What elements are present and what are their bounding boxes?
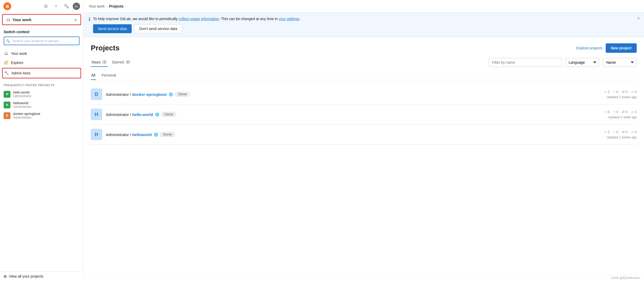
subtab-personal[interactable]: Personal (101, 71, 117, 80)
new-item-btn[interactable]: ＋ (52, 2, 60, 10)
owner-badge-docker: Owner (175, 92, 190, 97)
issues-helloworld: ▱ 0 (631, 130, 637, 134)
project-stats-docker: ☆ 0 ⑂ 0 ⇄ 0 ▱ 0 (604, 90, 637, 94)
projects-header: Projects Explore projects New project (91, 43, 637, 53)
forks-docker: ⑂ 0 (613, 90, 618, 94)
project-list: D Administrator / docker-springboot 🌐 Ow… (91, 84, 637, 145)
search-btn[interactable]: 🔍 (62, 2, 71, 10)
search-input[interactable] (4, 37, 80, 45)
project-stats-hello-world: ☆ 0 ⑂ 0 ⇄ 0 ▱ 0 (604, 110, 637, 114)
freq-sub-hello-world: Administrator (13, 94, 32, 98)
tab-yours[interactable]: Yours 3 (91, 58, 108, 67)
forks-hello-world: ⑂ 0 (613, 110, 618, 114)
project-info-hello-world: Administrator / hello-world 🌐 Owner (106, 112, 604, 117)
freq-section: FREQUENTLY VISITED PROJECTS H hello-worl… (0, 80, 83, 122)
owner-badge-helloworld: Owner (160, 132, 175, 137)
owner-badge-hello-world: Owner (161, 112, 176, 117)
breadcrumb-current: Projects (109, 4, 123, 8)
project-info-helloworld: Administrator / helloworld 🌐 Owner (106, 132, 604, 137)
updated-docker: Updated 2 weeks ago (606, 95, 637, 99)
globe-icon-docker: 🌐 (169, 92, 173, 96)
notice-text-end: . (299, 17, 300, 21)
projects-content: Projects Explore projects New project Yo… (83, 37, 644, 275)
explore-projects-link[interactable]: Explore projects (576, 46, 602, 50)
tab-starred[interactable]: Starred 0 (111, 58, 131, 67)
freq-sub-helloworld: Administrator (13, 105, 32, 109)
freq-project-hello-world[interactable]: H hello-world Administrator (4, 89, 80, 99)
tab-yours-count: 3 (102, 60, 107, 64)
sidebar-item-explore-label: Explore (11, 61, 23, 65)
notice-text: To help improve GitLab, we would like to… (93, 16, 300, 22)
filter-by-name-input[interactable] (489, 58, 562, 67)
freq-name-helloworld: helloworld (13, 101, 32, 105)
collect-usage-link[interactable]: collect usage information (179, 17, 219, 21)
project-namespace-helloworld: Administrator / (106, 132, 132, 137)
sidebar: 狐 ⊟ ＋ 🔍 av 🗂 Your work ∧ Switch context … (0, 0, 83, 281)
dont-send-service-data-btn[interactable]: Don't send service data (134, 24, 182, 33)
sidebar-item-admin-area-label: Admin Area (11, 71, 30, 75)
wrench-icon: 🔧 (4, 71, 9, 75)
settings-link[interactable]: your settings (279, 17, 299, 21)
info-icon: ℹ (89, 16, 90, 22)
globe-icon-helloworld: 🌐 (154, 133, 158, 137)
tab-starred-count: 0 (125, 60, 131, 64)
stars-helloworld: ☆ 0 (604, 130, 610, 134)
switch-context-section: Switch context 🔍 (0, 27, 83, 47)
mr-docker: ⇄ 0 (622, 90, 628, 94)
user-avatar-btn[interactable]: av (73, 3, 80, 10)
page-title: Projects (91, 44, 120, 52)
project-name-docker: Administrator / docker-springboot (106, 92, 167, 97)
sidebar-icon-group: ⊟ ＋ 🔍 av (41, 2, 80, 10)
mr-hello-world: ⇄ 0 (622, 110, 628, 114)
subtabs: All Personal (91, 71, 637, 80)
name-dropdown[interactable]: Name (603, 58, 637, 67)
project-name-row-docker: Administrator / docker-springboot 🌐 Owne… (106, 92, 604, 97)
freq-project-helloworld[interactable]: H helloworld Administrator (4, 99, 80, 110)
notice-text-before: To help improve GitLab, we would like to… (93, 17, 179, 21)
tab-yours-label: Yours (91, 60, 100, 64)
project-namespace-hello-world: Administrator / (106, 112, 132, 117)
issues-hello-world: ▱ 0 (631, 110, 637, 114)
freq-info-helloworld: helloworld Administrator (13, 101, 32, 109)
your-work-label: Your work (13, 17, 31, 22)
stars-docker: ☆ 0 (604, 90, 610, 94)
project-name-row-helloworld: Administrator / helloworld 🌐 Owner (106, 132, 604, 137)
project-avatar-docker: D (91, 89, 102, 100)
table-row: H Administrator / helloworld 🌐 Owner ☆ 0… (91, 125, 637, 145)
your-work-header[interactable]: 🗂 Your work ∧ (2, 14, 81, 25)
new-project-btn[interactable]: New project (606, 43, 637, 53)
breadcrumb-separator: › (106, 4, 108, 8)
breadcrumb: Your work › Projects (89, 4, 124, 8)
compass-icon: 🧭 (4, 60, 8, 65)
sidebar-toggle-btn[interactable]: ⊟ (41, 2, 50, 10)
freq-name-hello-world: hello-world (13, 90, 32, 94)
view-all-projects[interactable]: ⊞ View all your projects (0, 271, 83, 281)
sidebar-item-admin-area[interactable]: 🔧 Admin Area (2, 68, 81, 78)
project-info-docker: Administrator / docker-springboot 🌐 Owne… (106, 92, 604, 97)
language-dropdown[interactable]: Language (565, 58, 599, 67)
project-link-hello-world[interactable]: hello-world (132, 112, 153, 117)
freq-avatar-helloworld: H (4, 102, 10, 108)
briefcase-icon: 🗂 (6, 17, 10, 22)
freq-avatar-hello-world: H (4, 91, 10, 98)
sidebar-item-your-work[interactable]: 🗂 Your work (0, 49, 83, 58)
sidebar-item-explore[interactable]: 🧭 Explore (0, 58, 83, 67)
globe-icon-hello-world: 🌐 (155, 113, 159, 116)
project-link-docker[interactable]: docker-springboot (132, 92, 167, 97)
project-link-helloworld[interactable]: helloworld (132, 132, 152, 137)
freq-info-hello-world: hello-world Administrator (13, 90, 32, 98)
header-actions: Explore projects New project (576, 43, 637, 53)
freq-project-docker-springboot[interactable]: D docker-springboot Administrator (4, 110, 80, 121)
table-row: D Administrator / docker-springboot 🌐 Ow… (91, 84, 637, 104)
subtab-all[interactable]: All (91, 71, 96, 80)
send-service-data-btn[interactable]: Send service data (93, 24, 132, 33)
stars-hello-world: ☆ 0 (604, 110, 610, 114)
svg-text:狐: 狐 (5, 4, 9, 8)
breadcrumb-parent-link[interactable]: Your work (89, 4, 105, 8)
notice-text-after: . This can be changed at any time in (219, 17, 279, 21)
main-content: Your work › Projects ℹ To help improve G… (83, 0, 644, 281)
notice-close-btn[interactable]: × (637, 16, 640, 21)
updated-hello-world: Updated 1 week ago (608, 115, 637, 119)
chevron-up-icon: ∧ (74, 17, 77, 22)
project-meta-helloworld: ☆ 0 ⑂ 0 ⇄ 0 ▱ 0 Updated 2 weeks ago (604, 130, 637, 139)
